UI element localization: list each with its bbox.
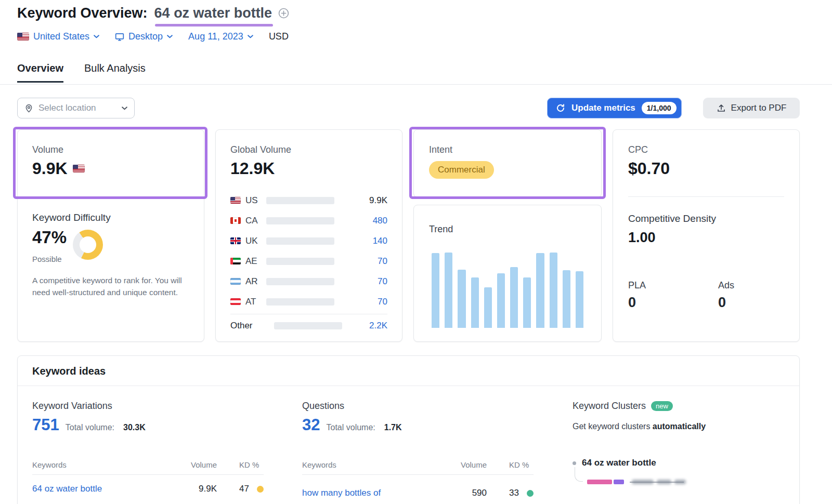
- currency-label: USD: [269, 31, 289, 42]
- cpc-value: $0.70: [628, 159, 670, 178]
- keyword-variations-section: Keyword Variations 751 Total volume:30.3…: [32, 401, 264, 434]
- kd-indicator-dot: [527, 490, 534, 497]
- export-pdf-button[interactable]: Export to PDF: [703, 98, 800, 118]
- divider: [230, 314, 387, 314]
- ar-flag-icon: [230, 278, 241, 285]
- new-badge: new: [651, 401, 673, 411]
- country-code: AT: [245, 297, 263, 307]
- filters-row: United States Desktop Aug 11, 2023 USD: [17, 31, 289, 42]
- tab-bulk-analysis[interactable]: Bulk Analysis: [84, 62, 146, 83]
- country-volume-link[interactable]: 480: [373, 216, 387, 226]
- total-volume-label: Total volume:: [326, 423, 375, 432]
- volume-bar: [266, 217, 334, 224]
- export-icon: [717, 103, 726, 113]
- tabs: Overview Bulk Analysis: [17, 62, 146, 83]
- bullet-icon: [573, 461, 576, 465]
- volume-value: 9.9K: [32, 159, 68, 178]
- cluster-preview: [575, 480, 731, 500]
- date-select[interactable]: Aug 11, 2023: [188, 31, 253, 42]
- competitive-density-value: 1.00: [628, 230, 656, 246]
- cluster-list-item[interactable]: 64 oz water bottle: [573, 458, 656, 468]
- keyword-variations-count[interactable]: 751: [32, 416, 59, 434]
- column-volume: Volume: [441, 460, 487, 469]
- keyword-clusters-label: Keyword Clusters: [573, 401, 646, 412]
- country-volume-link[interactable]: 140: [373, 236, 387, 246]
- trend-bar: [510, 267, 518, 328]
- country-volume-link[interactable]: 70: [378, 276, 387, 287]
- clusters-subtitle: Get keyword clusters automatically: [573, 422, 791, 431]
- total-volume-value: 30.3K: [123, 423, 146, 432]
- trend-bar: [497, 273, 505, 328]
- column-kd: KD %: [509, 460, 529, 469]
- desktop-icon: [115, 32, 124, 42]
- country-volume-link[interactable]: 70: [378, 256, 387, 267]
- trend-label: Trend: [429, 224, 453, 235]
- select-location-label: Select location: [38, 103, 96, 113]
- date-select-label: Aug 11, 2023: [188, 31, 243, 42]
- keyword-variations-label: Keyword Variations: [32, 401, 264, 412]
- volume-bar: [266, 278, 334, 285]
- trend-bar: [458, 270, 465, 328]
- chevron-down-icon: [122, 107, 127, 110]
- update-metrics-label: Update metrics: [571, 103, 635, 113]
- strikethrough-line: [630, 482, 684, 483]
- total-volume-value: 1.7K: [384, 423, 402, 432]
- volume-bar: [266, 197, 334, 204]
- country-select[interactable]: United States: [17, 31, 99, 42]
- chevron-down-icon: [248, 35, 253, 38]
- other-volume-link[interactable]: 2.2K: [369, 321, 387, 331]
- location-pin-icon: [24, 104, 33, 113]
- keyword-clusters-section: Keyword Clusters new Get keyword cluster…: [573, 401, 791, 431]
- divider: [302, 474, 534, 475]
- ads-label: Ads: [718, 280, 734, 291]
- country-volume-link[interactable]: 70: [378, 297, 387, 307]
- table-row: CA 480: [230, 210, 387, 231]
- us-flag-icon: [73, 165, 85, 173]
- global-volume-label: Global Volume: [230, 144, 291, 155]
- total-volume-label: Total volume:: [66, 423, 114, 432]
- volume-cell: 590: [441, 488, 487, 498]
- volume-label: Volume: [32, 144, 63, 155]
- add-keyword-icon[interactable]: [278, 8, 289, 19]
- keyword-link[interactable]: how many bottles of: [302, 488, 381, 498]
- keyword-link[interactable]: 64 oz water bottle: [32, 484, 102, 494]
- tab-overview[interactable]: Overview: [17, 62, 63, 83]
- pla-value: 0: [628, 295, 636, 311]
- ae-flag-icon: [230, 258, 241, 264]
- intent-badge[interactable]: Commercial: [429, 161, 494, 179]
- volume-bar: [266, 298, 334, 306]
- select-location-dropdown[interactable]: Select location: [17, 98, 135, 118]
- keyword-difficulty-label: Keyword Difficulty: [32, 212, 111, 223]
- country-code: UK: [245, 236, 263, 246]
- keyword-ideas-title: Keyword ideas: [32, 365, 106, 377]
- volume-bar: [274, 322, 342, 329]
- other-label: Other: [230, 321, 265, 331]
- cluster-segment-pink: [587, 480, 612, 484]
- device-select-label: Desktop: [128, 31, 163, 42]
- table-row: US 9.9K: [230, 190, 387, 210]
- us-flag-icon: [230, 197, 241, 204]
- country-code: AE: [245, 256, 263, 267]
- trend-bars: [432, 250, 583, 328]
- competitive-density-label: Competitive Density: [628, 213, 716, 224]
- column-volume: Volume: [172, 460, 217, 469]
- volume-bar: [266, 237, 334, 245]
- table-row: AR 70: [230, 271, 387, 291]
- volume-bar: [266, 258, 334, 265]
- page-header: Keyword Overview: 64 oz water bottle: [17, 5, 289, 21]
- questions-count[interactable]: 32: [302, 416, 320, 434]
- volume-cell: 9.9K: [172, 484, 217, 494]
- page-title: Keyword Overview:: [17, 5, 148, 21]
- cluster-keyword: 64 oz water bottle: [582, 458, 656, 468]
- connector-line: [575, 467, 583, 482]
- trend-bar: [550, 253, 557, 328]
- trend-bar: [523, 277, 531, 328]
- us-flag-icon: [17, 33, 29, 41]
- device-select[interactable]: Desktop: [115, 31, 173, 42]
- column-keywords: Keywords: [302, 460, 336, 469]
- kd-cell: 47: [239, 484, 249, 494]
- cpc-label: CPC: [628, 144, 648, 155]
- keyword-highlight-underline: [155, 24, 274, 26]
- quota-badge: 1/1,000: [642, 102, 677, 114]
- update-metrics-button[interactable]: Update metrics 1/1,000: [547, 98, 682, 118]
